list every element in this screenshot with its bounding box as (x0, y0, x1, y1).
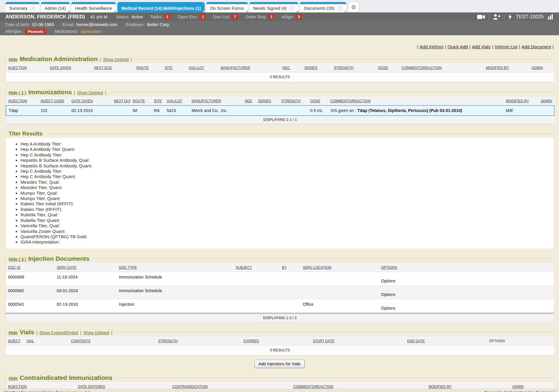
column-header[interactable]: INJECTION (6, 63, 47, 72)
separator (552, 44, 554, 49)
column-header[interactable]: DATE GIVEN (47, 63, 92, 72)
tasks-count-badge[interactable]: 1 (164, 14, 171, 20)
column-header[interactable]: MODIFIED BY (504, 97, 538, 105)
show-deleted-link[interactable]: Show Deleted (83, 330, 109, 335)
hide-link[interactable]: Hide (9, 57, 17, 62)
external-link-icon[interactable]: ↗ (30, 6, 36, 11)
action-link[interactable]: Add Document (522, 44, 551, 49)
hide-link[interactable]: Hide ( 3 ) (9, 257, 26, 262)
column-header[interactable]: ROUTE (130, 97, 152, 105)
column-header[interactable]: INJECT (6, 337, 24, 345)
column-header[interactable]: ROUTE (134, 63, 162, 72)
column-header[interactable]: DOSE (376, 63, 399, 72)
add-injections-for-vials-button[interactable]: Add Injections for Vials (254, 360, 304, 368)
immunization-row-tdap[interactable]: Tdap 115 02-13-2010 IM RA 5423 Merck and… (6, 105, 554, 116)
show-deleted-link[interactable]: Show Deleted (103, 57, 129, 62)
column-header[interactable]: SERV LOCATION (300, 263, 379, 272)
settings-tab[interactable]: ⚙ (348, 2, 359, 12)
hide-link[interactable]: Hide (9, 330, 17, 335)
open-enc-count-badge[interactable]: 1 (200, 14, 206, 20)
due-list-count-badge[interactable]: 7 (232, 14, 238, 20)
column-header[interactable]: DATE GIVEN (69, 97, 112, 105)
column-header[interactable]: MODIFIED BY (483, 63, 529, 72)
tab-medical-record-mar-injections[interactable]: Medical Record (14):MAR/Injections (1) (117, 2, 205, 12)
options-link[interactable]: Options (381, 279, 395, 283)
esign-count-badge[interactable]: 3 (296, 14, 302, 20)
column-header[interactable]: VIAL (24, 337, 69, 345)
column-header[interactable]: NEXT DUE (92, 63, 134, 72)
column-header[interactable]: SERV DATE (54, 263, 117, 272)
external-link-icon[interactable]: ↗ (337, 6, 343, 11)
column-header[interactable]: OPTIONS (487, 337, 554, 345)
column-header[interactable]: SITE (152, 97, 164, 105)
column-header[interactable]: VIAL/LOT (164, 97, 189, 105)
column-header[interactable]: SITE (162, 63, 186, 72)
cell-doc-type: Injection (117, 299, 233, 313)
column-header[interactable]: VIAL/LOT (186, 63, 218, 72)
tab-health-surveillance[interactable]: Health Surveillance (71, 2, 116, 12)
column-header[interactable]: INJECT CODE (38, 97, 69, 105)
column-header[interactable]: STRENGTH (332, 63, 376, 72)
section-title: Titer Results (9, 130, 43, 137)
column-header[interactable]: COMMENTS/REACTION (399, 63, 483, 72)
external-link-icon[interactable]: ↗ (289, 6, 294, 11)
document-row[interactable]: 0000689 11-18-2024 Immunization Schedule… (6, 272, 554, 285)
action-link[interactable]: Inj/Imm List (495, 44, 517, 49)
bar-chart-icon[interactable] (548, 14, 554, 20)
cell-subject (233, 272, 280, 285)
column-header[interactable]: SERIES (302, 63, 332, 72)
column-header[interactable]: DOC ID (6, 263, 54, 272)
column-header[interactable]: BY (280, 263, 300, 272)
action-link[interactable]: Add Inj/Imm (420, 44, 443, 49)
tab-on-screen-forms[interactable]: On Screen Forms (206, 2, 248, 12)
column-header[interactable]: STRENGTH (279, 97, 308, 105)
hide-link[interactable]: Hide (9, 376, 17, 381)
column-header[interactable]: CONTENTS (69, 337, 156, 345)
displaying-text: DISPLAYING 1-1 / 1 (6, 116, 554, 124)
action-links-bar: Add Inj/ImmQuick AddAdd VialsInj/Imm Lis… (5, 44, 554, 49)
add-person-icon[interactable] (493, 14, 500, 20)
column-header[interactable]: ADMIN (538, 97, 554, 105)
section-injection-documents: Hide ( 3 ) Injection Documents DOC IDSER… (5, 255, 554, 322)
hide-link[interactable]: Hide ( 1 ) (9, 90, 26, 95)
column-header[interactable]: NEXT DUE (112, 97, 130, 105)
column-header[interactable]: SUBJECT (233, 263, 280, 272)
column-header[interactable]: OPTIONS (379, 263, 554, 272)
column-header[interactable]: STRENGTH (156, 337, 241, 345)
empty-results-text: 0 RESULTS (6, 72, 554, 82)
medication-value[interactable]: alprazolam (81, 29, 102, 34)
options-link[interactable]: Options (381, 306, 395, 311)
column-header[interactable]: ADMIN (529, 63, 554, 72)
column-header[interactable]: COMMENTS/REACTION (328, 97, 504, 105)
column-header[interactable]: START DATE (310, 337, 405, 345)
column-header[interactable]: DOC TYPE (117, 263, 233, 272)
tab-needs-signed[interactable]: Needs Signed (4) ↗ (249, 2, 299, 12)
column-header[interactable]: EXPIRES (241, 337, 310, 345)
action-link[interactable]: Add Vials (472, 44, 490, 49)
column-header[interactable]: NDC (242, 97, 256, 105)
titer-result-item: Rabies Titer Initial (RFFIT): (20, 201, 554, 207)
options-link[interactable]: Options (381, 292, 395, 297)
column-header[interactable]: END DATE (405, 337, 487, 345)
lightning-bolt-icon[interactable] (508, 14, 512, 20)
tab-admin[interactable]: Admin (14) (41, 2, 70, 12)
column-header[interactable]: NDC (280, 63, 302, 72)
column-header[interactable]: MANUFACTURER (189, 97, 242, 105)
document-row[interactable]: 0000541 02-13-2010 Injection Office Opti… (6, 299, 554, 313)
allergy-badge[interactable]: Peanuts (25, 29, 46, 34)
show-deleted-link[interactable]: Show Deleted (77, 90, 103, 95)
tab-summary[interactable]: Summary ↗ (5, 2, 39, 12)
action-link[interactable]: Quick Add (447, 44, 468, 49)
document-row[interactable]: 0000682 03-01-2024 Immunization Schedule… (6, 285, 554, 299)
order-req-count-badge[interactable]: 1 (268, 14, 275, 20)
tab-documents[interactable]: Documents (35) ↗ (300, 2, 346, 12)
video-camera-icon[interactable] (477, 15, 485, 19)
column-header[interactable]: DOSE (308, 97, 328, 105)
show-expired-ended-link[interactable]: Show Expired/Ended (39, 330, 78, 335)
column-header[interactable]: MANUFACTURER (218, 63, 280, 72)
column-header[interactable]: INJECTION (6, 97, 38, 105)
titer-result-item: Hep A Antibody Titer: (20, 141, 554, 147)
cell-serv-location: Office (300, 299, 379, 313)
cell-site: RA (152, 105, 164, 116)
column-header[interactable]: SERIES (256, 97, 279, 105)
